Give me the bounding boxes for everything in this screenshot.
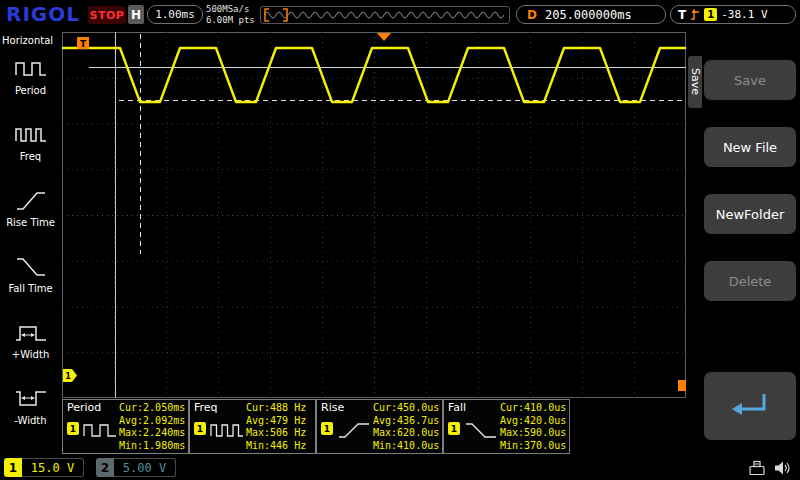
measurement-min: Min:410.0us <box>373 440 443 453</box>
preview-window-left-bracket[interactable] <box>265 9 269 21</box>
measurement-max: Max:620.0us <box>373 427 443 440</box>
sample-rate: 500MSa/s <box>206 4 255 15</box>
measurement-cur: Cur:488 Hz <box>246 402 316 415</box>
sidebar-item-fall-time[interactable]: Fall Time <box>0 254 61 294</box>
trigger-marker-label: T <box>80 39 87 49</box>
measurement-fall[interactable]: Fall 1 Cur:410.0us Avg:420.0us Max:590.0… <box>443 399 570 454</box>
enter-button[interactable] <box>704 372 796 440</box>
sidebar-item-rise-time[interactable]: Rise Time <box>0 188 61 228</box>
measurement-values: Cur:450.0us Avg:436.7us Max:620.0us Min:… <box>373 402 443 452</box>
sidebar-item-label: +Width <box>0 349 61 360</box>
channel1-marker-label: 1 <box>65 372 71 381</box>
delete-button[interactable]: Delete <box>704 261 796 301</box>
t-label: T <box>678 8 686 22</box>
timebase-value[interactable]: 1.00ms <box>147 5 203 24</box>
left-menu-title: Horizontal <box>2 35 53 46</box>
usb-icon <box>748 460 766 476</box>
measurement-min: Min:1.980ms <box>119 440 189 453</box>
period-meas-icon <box>83 420 117 440</box>
run-state-badge[interactable]: STOP <box>88 6 126 24</box>
measurement-name: Period <box>67 401 101 414</box>
new-folder-button[interactable]: NewFolder <box>704 194 796 234</box>
measurement-avg: Avg:479 Hz <box>246 415 316 428</box>
channel1-badge: 1 <box>4 458 22 477</box>
sidebar-item-label: -Width <box>0 415 61 426</box>
measurement-freq[interactable]: Freq 1 Cur:488 Hz Avg:479 Hz Max:506 Hz … <box>189 399 316 454</box>
waveform-preview-bar[interactable] <box>260 6 510 24</box>
memory-depth: 6.00M pts <box>206 15 255 26</box>
measurement-name: Rise <box>321 401 344 414</box>
oscilloscope-screen: RIGOL STOP H 1.00ms 500MSa/s 6.00M pts D… <box>0 0 800 480</box>
horizontal-timebase-group[interactable]: H 1.00ms <box>128 5 203 24</box>
sidebar-item-minus-width[interactable]: -Width <box>0 386 61 426</box>
trigger-group[interactable]: T 1 -38.1 V <box>670 5 796 24</box>
measurement-max: Max:506 Hz <box>246 427 316 440</box>
measurement-avg: Avg:420.0us <box>500 415 570 428</box>
measurement-channel-badge: 1 <box>67 422 79 435</box>
measurement-name: Freq <box>194 401 218 414</box>
measurement-cur: Cur:450.0us <box>373 402 443 415</box>
channel1-indicator[interactable]: 1 15.0 V <box>4 458 84 477</box>
rise-time-icon <box>14 188 48 212</box>
trigger-edge-icon <box>690 8 700 21</box>
channel1-scale: 15.0 V <box>22 458 84 477</box>
rise-meas-icon <box>337 420 371 440</box>
sidebar-item-period[interactable]: Period <box>0 56 61 96</box>
graticule: T 1 <box>62 32 686 398</box>
measurement-rise[interactable]: Rise 1 Cur:450.0us Avg:436.7us Max:620.0… <box>316 399 443 454</box>
sidebar-item-plus-width[interactable]: +Width <box>0 320 61 360</box>
measurement-cur: Cur:2.050ms <box>119 402 189 415</box>
channel1-waveform <box>62 48 686 102</box>
trigger-level-value: -38.1 V <box>721 8 767 21</box>
measurement-avg: Avg:2.092ms <box>119 415 189 428</box>
rigol-logo: RIGOL <box>6 2 80 26</box>
sidebar-item-label: Freq <box>0 151 61 162</box>
display-area: T 1 <box>62 32 686 398</box>
measurement-cur: Cur:410.0us <box>500 402 570 415</box>
measurement-channel-badge: 1 <box>448 422 460 435</box>
measurement-name: Fall <box>448 401 466 414</box>
return-arrow-icon <box>728 391 772 421</box>
measurement-min: Min:370.0us <box>500 440 570 453</box>
measurement-max: Max:590.0us <box>500 427 570 440</box>
preview-wave-path <box>264 12 504 18</box>
measurement-min: Min:446 Hz <box>246 440 316 453</box>
trigger-position-marker[interactable] <box>377 33 391 41</box>
delay-right-marker <box>678 380 686 391</box>
delay-group[interactable]: D 205.000000ms <box>516 5 666 24</box>
speaker-icon <box>774 460 791 476</box>
acquisition-info: 500MSa/s 6.00M pts <box>206 4 255 26</box>
freq-meas-icon <box>210 420 244 440</box>
plus-width-icon <box>14 320 48 344</box>
delay-value: 205.000000ms <box>545 8 632 22</box>
measurement-channel-badge: 1 <box>321 422 333 435</box>
fall-time-icon <box>14 254 48 278</box>
sidebar-item-label: Rise Time <box>0 217 61 228</box>
h-label: H <box>128 5 144 24</box>
minus-width-icon <box>14 386 48 410</box>
channel2-indicator[interactable]: 2 5.00 V <box>96 458 176 477</box>
preview-window-right-bracket[interactable] <box>283 9 287 21</box>
period-icon <box>14 56 48 80</box>
measurement-period[interactable]: Period 1 Cur:2.050ms Avg:2.092ms Max:2.2… <box>62 399 189 454</box>
measurement-values: Cur:488 Hz Avg:479 Hz Max:506 Hz Min:446… <box>246 402 316 452</box>
grid-lines <box>62 32 686 398</box>
d-label: D <box>527 8 537 22</box>
sidebar-item-label: Fall Time <box>0 283 61 294</box>
sidebar-item-freq[interactable]: Freq <box>0 122 61 162</box>
trigger-offscreen-marker[interactable]: T <box>77 37 89 49</box>
memory-preview-wave <box>261 7 509 23</box>
new-file-button[interactable]: New File <box>704 127 796 167</box>
measurement-avg: Avg:436.7us <box>373 415 443 428</box>
measurement-values: Cur:410.0us Avg:420.0us Max:590.0us Min:… <box>500 402 570 452</box>
measurement-values: Cur:2.050ms Avg:2.092ms Max:2.240ms Min:… <box>119 402 189 452</box>
measurement-max: Max:2.240ms <box>119 427 189 440</box>
channel2-badge: 2 <box>96 458 114 477</box>
channel1-offset-marker[interactable]: 1 <box>63 369 77 382</box>
measurement-channel-badge: 1 <box>194 422 206 435</box>
trigger-source-badge: 1 <box>704 8 717 21</box>
sidebar-item-label: Period <box>0 85 61 96</box>
save-button[interactable]: Save <box>704 60 796 100</box>
menu-tab-save: Save <box>688 56 702 108</box>
fall-meas-icon <box>464 420 498 440</box>
